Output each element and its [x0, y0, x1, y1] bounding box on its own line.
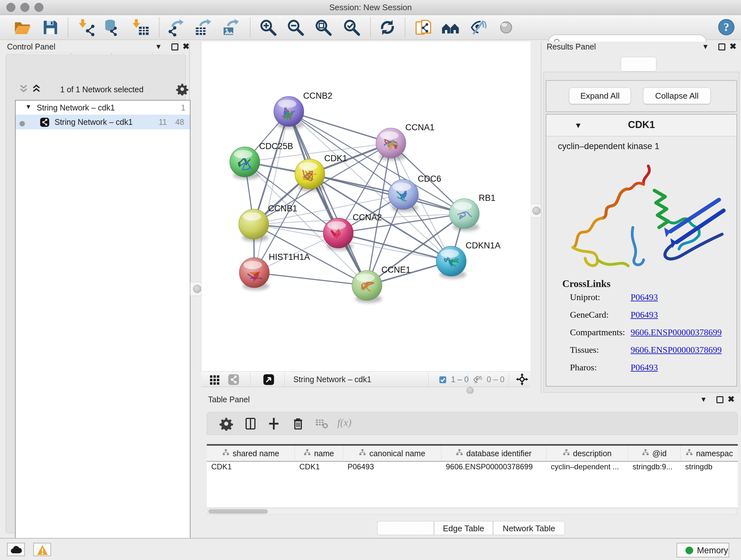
protein-structure-image — [556, 153, 728, 274]
column-header-name[interactable]: name — [295, 446, 343, 461]
show-columns-icon[interactable] — [244, 417, 258, 431]
table-panel-menu-icon[interactable]: ▾ — [701, 394, 705, 404]
clipboard-network-icon[interactable] — [414, 18, 432, 37]
network-node-HIST1H1A[interactable]: HIST1H1A — [239, 252, 310, 290]
table-cell[interactable]: CDK1 — [207, 462, 295, 474]
show-all-icon[interactable] — [497, 18, 515, 37]
node-label-CDC25B: CDC25B — [259, 141, 293, 151]
network-row-selected[interactable]: String Network – cdk1 11 48 — [16, 115, 190, 129]
network-node-RB1[interactable]: RB1 — [449, 193, 495, 231]
import-network-icon[interactable] — [78, 18, 96, 37]
column-header-namespac[interactable]: namespac — [681, 446, 738, 461]
expand-all-button[interactable]: Expand All — [569, 87, 631, 104]
crosslink-label: Uniprot: — [570, 292, 630, 310]
table-cell[interactable]: P06493 — [343, 462, 441, 474]
control-panel-float-icon[interactable] — [172, 44, 179, 51]
open-folder-icon[interactable] — [13, 18, 31, 37]
results-panel-float-icon[interactable] — [718, 44, 725, 51]
tab-network-table[interactable]: Network Table — [493, 521, 565, 535]
left-splitter-handle[interactable] — [193, 285, 201, 293]
birds-eye-crosshair-icon[interactable] — [516, 373, 529, 386]
crosslink-link[interactable]: P06493 — [630, 362, 658, 380]
refresh-icon[interactable] — [379, 18, 396, 37]
crosslink-link[interactable]: 9606.ENSP00000378699 — [630, 327, 722, 345]
column-header-description[interactable]: description — [546, 446, 628, 461]
table-h-scrollbar[interactable] — [207, 508, 737, 515]
crosslink-link[interactable]: 9606.ENSP00000378699 — [630, 345, 722, 362]
table-cell[interactable]: cyclin–dependent ... — [546, 462, 628, 474]
crosslink-row: Uniprot:P06493 — [570, 292, 730, 310]
network-node-CDK1[interactable]: CDK1 — [295, 153, 347, 192]
column-header-canonical-name[interactable]: canonical name — [343, 446, 441, 461]
export-table-icon[interactable] — [194, 18, 212, 37]
help-icon[interactable]: ? — [718, 18, 735, 36]
zoom-out-icon[interactable] — [286, 18, 305, 37]
hidden-node-edge-counts: 0 – 0 — [487, 375, 504, 384]
window-title: Session: New Session — [0, 3, 741, 12]
right-splitter-handle[interactable] — [532, 206, 541, 215]
network-node-CDKN1A[interactable]: CDKN1A — [436, 241, 501, 279]
network-options-gear-icon[interactable] — [176, 83, 189, 96]
tab-string[interactable]: String — [621, 57, 657, 71]
automation-cloud-button[interactable] — [7, 543, 25, 556]
save-icon[interactable] — [42, 18, 59, 37]
hide-selected-icon[interactable] — [469, 18, 487, 37]
table-h-scrollbar-thumb[interactable] — [208, 509, 268, 514]
export-network-icon[interactable] — [167, 18, 185, 37]
results-panel-menu-icon[interactable]: ▾ — [703, 42, 708, 51]
column-type-icon — [562, 449, 570, 458]
collapse-all-button[interactable]: Collapse All — [643, 87, 711, 104]
network-node-CCNA1[interactable]: CCNA1 — [376, 123, 434, 161]
network-edge-CCNB2-CCNA1[interactable] — [289, 111, 391, 143]
network-node-CDC25B[interactable]: CDC25B — [230, 141, 293, 179]
table-cell[interactable]: stringdb — [681, 462, 738, 474]
import-database-icon[interactable] — [104, 18, 121, 37]
control-panel-close-icon[interactable]: ✖ — [183, 42, 190, 51]
results-panel-close-icon[interactable]: ✖ — [730, 42, 737, 51]
export-image-icon[interactable] — [222, 18, 240, 37]
crosslink-label: Compartments: — [570, 327, 630, 345]
network-collection-row[interactable]: ▼ String Network – cdk1 1 — [16, 101, 190, 115]
node-label-CDK1: CDK1 — [324, 153, 347, 163]
network-label: String Network – cdk1 — [55, 118, 133, 127]
collection-expander-icon[interactable]: ▼ — [25, 103, 31, 111]
network-view-title: String Network – cdk1 — [293, 375, 372, 384]
tab-node-table[interactable]: Node Table — [377, 521, 434, 535]
control-panel: Control Panel ▾ ✖ NetworkStyleSelectSets… — [0, 42, 190, 538]
network-node-CCNB2[interactable]: CCNB2 — [274, 91, 333, 129]
detach-view-icon[interactable] — [262, 373, 275, 386]
crosslink-row: GeneCard:P06493 — [570, 310, 730, 327]
table-settings-gear-icon[interactable] — [219, 417, 233, 431]
crosslink-link[interactable]: P06493 — [630, 310, 658, 327]
memory-button[interactable]: Memory — [677, 543, 729, 557]
import-table-icon[interactable] — [131, 18, 149, 37]
column-header--id[interactable]: @id — [628, 446, 681, 461]
table-cell[interactable]: CDK1 — [295, 462, 343, 474]
crosslink-link[interactable]: P06493 — [630, 292, 658, 310]
tab-edge-table[interactable]: Edge Table — [434, 521, 493, 535]
table-panel-close-icon[interactable]: ✖ — [728, 394, 735, 404]
table-panel-float-icon[interactable] — [717, 396, 724, 403]
delete-column-icon[interactable] — [291, 417, 305, 431]
svg-text:?: ? — [724, 21, 729, 34]
column-header-shared-name[interactable]: shared name — [207, 446, 295, 461]
first-neighbors-icon[interactable] — [442, 18, 460, 37]
control-panel-menu-icon[interactable]: ▾ — [156, 42, 160, 51]
horizontal-splitter-handle[interactable] — [467, 387, 474, 394]
grid-view-icon[interactable] — [208, 373, 221, 386]
cdk1-entry-header[interactable]: ▼ CDK1 — [546, 115, 737, 136]
zoom-fit-icon[interactable] — [314, 18, 332, 37]
create-column-icon[interactable] — [267, 417, 281, 431]
network-view-icon[interactable] — [227, 373, 240, 386]
warnings-button[interactable] — [33, 543, 51, 556]
table-cell[interactable]: stringdb:9... — [628, 462, 681, 474]
network-edge-HIST1H1A-CCNE1[interactable] — [254, 273, 367, 286]
table-cell[interactable]: 9606.ENSP00000378699 — [441, 462, 546, 474]
column-header-database-identifier[interactable]: database identifier — [441, 446, 546, 461]
zoom-selected-icon[interactable] — [343, 18, 360, 37]
zoom-in-icon[interactable] — [259, 18, 277, 37]
network-selection-status: 1 of 1 Network selected — [12, 85, 191, 94]
network-canvas[interactable]: CCNB2CCNA1CDC25BCDK1CDC6RB1CCNB1CCNA2CDK… — [201, 42, 530, 371]
selected-checkbox-icon[interactable] — [439, 375, 447, 384]
network-node-CDC6[interactable]: CDC6 — [388, 174, 441, 212]
